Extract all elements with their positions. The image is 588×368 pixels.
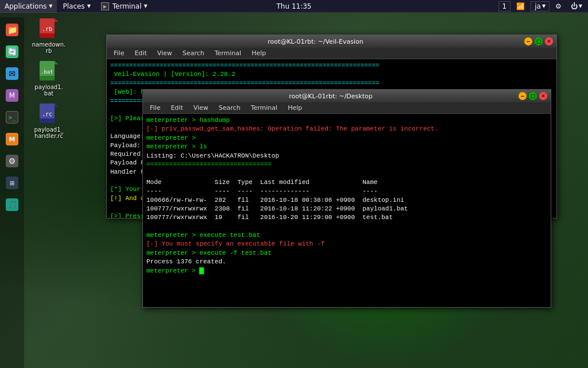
menu-edit-veil[interactable]: Edit <box>130 48 151 58</box>
menu-terminal-desktop[interactable]: Terminal <box>246 103 283 113</box>
svg-rect-4 <box>40 33 55 38</box>
taskbar: Applications ▼ Places ▼ ▶ Terminal ▼ Thu… <box>0 0 588 13</box>
terminal-window-desktop: root@KL-01rbt: ~/Desktop − □ ✕ File Edit… <box>142 89 551 308</box>
menu-view-veil[interactable]: View <box>153 48 177 58</box>
sidebar-icon-settings[interactable]: ⚙ <box>2 151 22 171</box>
user-chevron: ▼ <box>542 3 546 9</box>
places-label: Places <box>63 2 84 10</box>
sidebar-icon-updates[interactable]: 🔄 <box>2 41 22 62</box>
ruby-file-icon: .rb <box>37 17 60 40</box>
rc-file-icon: .rc <box>37 102 60 125</box>
line-ls-cmd: meterpreter > ls <box>146 143 547 151</box>
taskbar-clock: Thu 11:35 <box>277 2 312 10</box>
line-execute-cmd: meterpreter > execute test.bat <box>146 231 547 240</box>
titlebar-veil: root@KL-01rbt: ~/Veil-Evasion − □ ✕ <box>107 35 556 48</box>
network-icon-taskbar[interactable]: 📶 <box>513 1 528 12</box>
apps-icon: ⊞ <box>6 177 18 189</box>
line-execute-f-cmd: meterpreter > execute -f test.bat <box>146 249 547 258</box>
minimize-btn-desktop[interactable]: − <box>519 92 527 100</box>
maximize-btn-veil[interactable]: □ <box>535 37 543 45</box>
maximize-btn-desktop[interactable]: □ <box>529 92 537 100</box>
sidebar-icon-apps[interactable]: ⊞ <box>2 172 22 193</box>
cursor <box>199 267 204 274</box>
file-icon-namedown[interactable]: .rb namedown.rb <box>29 17 69 54</box>
line-execute-err: [-] You must specify an executable file … <box>146 240 547 248</box>
file-label-handler: payload1_handler.rc <box>34 126 63 139</box>
veil-separator2: ========================================… <box>110 79 553 88</box>
desktop-files: .rb namedown.rb .bat payload1.bat <box>29 17 69 145</box>
menu-terminal-veil[interactable]: Terminal <box>210 48 246 58</box>
settings-icon: ⚙ <box>6 155 18 167</box>
minimize-btn-veil[interactable]: − <box>524 37 532 45</box>
terminal-icon: >_ <box>6 111 18 124</box>
sidebar: 📁 🔄 ✉ M >_ M ⚙ ⊞ 🎵 <box>0 17 24 368</box>
close-btn-veil[interactable]: ✕ <box>545 37 553 45</box>
terminal-menu[interactable]: ▶ Terminal ▼ <box>96 0 152 13</box>
applications-chevron: ▼ <box>49 3 52 9</box>
menu-file-desktop[interactable]: File <box>145 103 165 113</box>
file-label-namedown: namedown.rb <box>32 41 66 54</box>
sidebar-icon-media[interactable]: 🎵 <box>2 194 22 215</box>
close-btn-desktop[interactable]: ✕ <box>539 92 547 100</box>
line-process-created: Process 1376 created. <box>146 258 547 266</box>
sidebar-icon-terminal[interactable]: >_ <box>2 107 22 128</box>
svg-text:.rc: .rc <box>42 111 52 117</box>
menu-search-veil[interactable]: Search <box>178 48 209 58</box>
svg-marker-7 <box>55 61 58 64</box>
window-title-desktop: root@KL-01rbt: ~/Desktop <box>146 93 515 100</box>
menu-edit-desktop[interactable]: Edit <box>166 103 187 113</box>
taskbar-left: Applications ▼ Places ▼ ▶ Terminal ▼ <box>0 0 152 13</box>
menubar-veil: File Edit View Search Terminal Help <box>107 48 556 59</box>
svg-marker-12 <box>55 103 58 107</box>
veil-separator1: ========================================… <box>110 62 553 70</box>
line-blank2 <box>146 223 547 231</box>
line-blank <box>146 169 547 178</box>
terminal-label: Terminal <box>113 2 142 10</box>
menu-search-desktop[interactable]: Search <box>214 103 245 113</box>
user-menu[interactable]: ja ▼ <box>531 1 550 12</box>
file-icon-payload[interactable]: .bat payload1.bat <box>29 60 69 97</box>
line-col-header: Mode Size Type Last modified Name <box>146 178 547 187</box>
line-file-payload: 100777/rwxrwxrwx 2308 fil 2016-10-18 11:… <box>146 205 547 213</box>
svg-marker-2 <box>55 18 58 22</box>
veil-title: Veil-Evasion | [Version]: 2.28.2 <box>110 70 553 79</box>
files-icon: 📁 <box>6 24 18 36</box>
menu-view-desktop[interactable]: View <box>189 103 213 113</box>
places-chevron: ▼ <box>87 3 91 9</box>
places-menu[interactable]: Places ▼ <box>58 0 95 13</box>
titlebar-desktop: root@KL-01rbt: ~/Desktop − □ ✕ <box>143 90 551 102</box>
file-icon-handler[interactable]: .rc payload1_handler.rc <box>29 102 69 139</box>
sidebar-icon-files[interactable]: 📁 <box>2 20 22 40</box>
updates-icon: 🔄 <box>6 45 18 58</box>
bat-file-icon: .bat <box>37 60 60 83</box>
window-title-veil: root@KL-01rbt: ~/Veil-Evasion <box>110 38 521 45</box>
line-listing: Listing: C:\Users\HACKATRON\Desktop <box>146 152 547 160</box>
sidebar-icon-placeholder1[interactable]: M <box>2 85 22 106</box>
sidebar-icon-mail[interactable]: ✉ <box>2 63 22 84</box>
line-file-desktop: 100666/rw-rw-rw- 282 fil 2016-10-18 00:3… <box>146 196 547 205</box>
window-controls-desktop: − □ ✕ <box>519 92 547 100</box>
power-icon-taskbar[interactable]: ⏻ ▼ <box>567 1 586 12</box>
workspace-indicator[interactable]: 1 <box>498 1 511 12</box>
svg-text:.rb: .rb <box>42 26 52 32</box>
menu-help-desktop[interactable]: Help <box>283 103 307 113</box>
svg-rect-14 <box>40 118 55 123</box>
sidebar-icon-metasploit[interactable]: M <box>2 129 22 150</box>
menu-file-veil[interactable]: File <box>109 48 129 58</box>
terminal-content-desktop[interactable]: meterpreter > hashdump [-] priv_passwd_g… <box>143 114 551 307</box>
menubar-desktop: File Edit View Search Terminal Help <box>143 102 551 114</box>
menu-help-veil[interactable]: Help <box>247 48 270 58</box>
mail-icon: ✉ <box>6 67 18 80</box>
metasploit-icon: M <box>6 133 18 145</box>
window-controls-veil: − □ ✕ <box>524 37 553 45</box>
desktop: Applications ▼ Places ▼ ▶ Terminal ▼ Thu… <box>0 0 588 368</box>
applications-label: Applications <box>5 2 47 10</box>
line-hashdump-cmd: meterpreter > hashdump <box>146 116 547 125</box>
line-final-prompt: meterpreter > <box>146 267 547 275</box>
terminal-taskbar-icon: ▶ <box>101 2 109 10</box>
settings-icon-taskbar[interactable]: ⚙ <box>552 1 565 12</box>
applications-menu[interactable]: Applications ▼ <box>0 0 57 13</box>
power-btn: ⏻ <box>571 2 578 10</box>
placeholder1-icon: M <box>6 89 18 102</box>
taskbar-right: 1 📶 ja ▼ ⚙ ⏻ ▼ <box>498 1 588 12</box>
